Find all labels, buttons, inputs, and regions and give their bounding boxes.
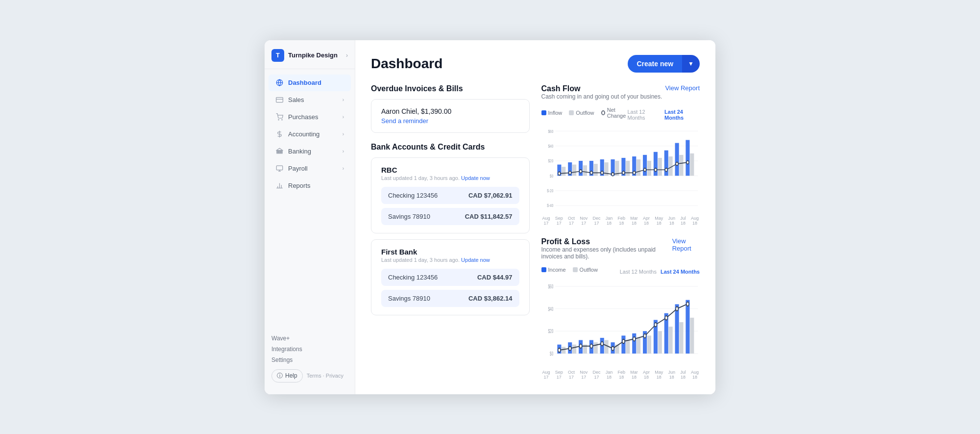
svg-point-63 xyxy=(601,171,603,174)
svg-rect-43 xyxy=(664,150,668,176)
inflow-label: Inflow xyxy=(548,110,563,116)
svg-text:$-20: $-20 xyxy=(547,188,553,193)
sidebar-item-reports[interactable]: Reports xyxy=(269,178,351,194)
sidebar-item-banking[interactable]: Banking › xyxy=(269,143,351,160)
sidebar-item-payroll[interactable]: Payroll › xyxy=(269,160,351,177)
send-reminder-link[interactable]: Send a reminder xyxy=(381,117,519,125)
pl-x-jan18: Jan18 xyxy=(606,370,613,380)
sidebar-item-sales[interactable]: Sales › xyxy=(269,92,351,108)
pl-x-apr18: Apr18 xyxy=(643,370,650,380)
svg-rect-97 xyxy=(604,340,608,353)
pl-x-oct17: Oct17 xyxy=(568,370,575,380)
rbc-savings-row[interactable]: Savings 78910 CAD $11,842.57 xyxy=(381,208,519,225)
svg-rect-53 xyxy=(637,159,640,175)
bank-card-firstbank: First Bank Last updated 1 day, 3 hours a… xyxy=(371,239,530,315)
svg-text:$0: $0 xyxy=(550,351,553,357)
brand-chevron-icon[interactable]: › xyxy=(346,52,348,59)
pl-outflow-label: Outflow xyxy=(580,267,598,273)
svg-rect-99 xyxy=(626,340,630,353)
rbc-checking-name: Checking 123456 xyxy=(388,192,438,199)
content-grid: Overdue Invoices & Bills Aaron Chiel, $1… xyxy=(371,84,700,380)
payroll-icon xyxy=(275,165,283,173)
svg-rect-56 xyxy=(668,156,672,176)
sales-chevron-icon: › xyxy=(343,97,344,102)
outflow-label: Outflow xyxy=(576,110,594,116)
bank-updated-rbc: Last updated 1 day, 3 hours ago. Update … xyxy=(381,175,519,181)
x-label-nov17: Nov17 xyxy=(580,216,588,226)
left-column: Overdue Invoices & Bills Aaron Chiel, $1… xyxy=(371,84,530,380)
svg-rect-86 xyxy=(621,335,625,354)
sidebar-item-purchases[interactable]: Purchases › xyxy=(269,109,351,126)
help-button[interactable]: ⓘ Help xyxy=(271,369,303,383)
svg-rect-52 xyxy=(626,161,630,176)
rbc-checking-row[interactable]: Checking 123456 CAD $7,062.91 xyxy=(381,187,519,204)
payroll-chevron-icon: › xyxy=(343,166,344,171)
firstbank-checking-row[interactable]: Checking 123456 CAD $44.97 xyxy=(381,269,519,286)
svg-rect-11 xyxy=(281,151,282,153)
cashflow-time-options: Last 12 Months Last 24 Months xyxy=(627,109,700,121)
profit-loss-view-report[interactable]: View Report xyxy=(672,237,700,252)
rbc-savings-balance: CAD $11,842.57 xyxy=(465,213,513,220)
update-now-firstbank[interactable]: Update now xyxy=(461,257,490,263)
pl-x-nov17: Nov17 xyxy=(580,370,588,380)
globe-icon xyxy=(275,79,283,87)
pl-12mo[interactable]: Last 12 Months xyxy=(620,269,657,275)
svg-rect-45 xyxy=(686,140,689,176)
svg-rect-55 xyxy=(658,157,662,175)
overdue-section-title: Overdue Invoices & Bills xyxy=(371,84,530,93)
cashflow-x-labels: Aug17 Sep17 Oct17 Nov17 Dec17 Jan18 Feb1… xyxy=(541,216,700,226)
svg-point-60 xyxy=(568,171,571,174)
pl-x-may18: May18 xyxy=(655,370,663,380)
bank-accounts-section: Bank Accounts & Credit Cards RBC Last up… xyxy=(371,143,530,315)
firstbank-savings-row[interactable]: Savings 78910 CAD $3,862.14 xyxy=(381,290,519,307)
firstbank-savings-balance: CAD $3,862.14 xyxy=(468,295,513,302)
privacy-link[interactable]: Privacy xyxy=(326,373,343,379)
wave-plus-link[interactable]: Wave+ xyxy=(271,333,348,344)
pl-x-aug17: Aug17 xyxy=(542,370,550,380)
sidebar-item-dashboard-label: Dashboard xyxy=(288,79,321,86)
help-label: Help xyxy=(285,372,297,379)
integrations-link[interactable]: Integrations xyxy=(271,344,348,355)
svg-rect-7 xyxy=(276,151,277,153)
svg-rect-46 xyxy=(562,167,565,176)
sidebar-item-dashboard[interactable]: Dashboard xyxy=(269,75,351,91)
svg-rect-44 xyxy=(675,143,679,176)
x-label-may18: May18 xyxy=(655,216,663,226)
net-change-label: Net Change xyxy=(607,107,628,119)
sidebar-item-accounting[interactable]: Accounting › xyxy=(269,126,351,143)
svg-rect-105 xyxy=(690,317,694,353)
pl-24mo[interactable]: Last 24 Months xyxy=(661,269,700,275)
pl-x-dec17: Dec17 xyxy=(593,370,601,380)
cashflow-12mo[interactable]: Last 12 Months xyxy=(627,109,661,121)
cashflow-legend: Inflow Outflow Net Change xyxy=(541,107,628,119)
svg-text:$40: $40 xyxy=(548,306,553,311)
svg-rect-103 xyxy=(668,327,672,354)
sidebar-item-payroll-label: Payroll xyxy=(288,165,308,172)
svg-text:$60: $60 xyxy=(548,283,553,289)
x-label-dec17: Dec17 xyxy=(593,216,601,226)
profit-loss-section: Profit & Loss Income and expenses only (… xyxy=(541,237,700,380)
update-now-rbc[interactable]: Update now xyxy=(461,175,490,181)
svg-rect-94 xyxy=(572,344,576,353)
terms-link[interactable]: Terms xyxy=(307,373,321,379)
svg-point-112 xyxy=(622,339,624,343)
create-new-button[interactable]: Create new xyxy=(628,55,682,73)
settings-link[interactable]: Settings xyxy=(271,355,348,365)
svg-point-65 xyxy=(622,171,624,174)
x-label-feb18: Feb18 xyxy=(618,216,626,226)
cashflow-view-report[interactable]: View Report xyxy=(665,84,700,92)
brand-icon: T xyxy=(271,49,284,62)
create-new-dropdown-button[interactable]: ▼ xyxy=(682,55,700,73)
bank-card-rbc: RBC Last updated 1 day, 3 hours ago. Upd… xyxy=(371,157,530,233)
svg-rect-10 xyxy=(280,151,281,153)
firstbank-checking-balance: CAD $44.97 xyxy=(477,274,513,281)
cashflow-subtitle: Cash coming in and going out of your bus… xyxy=(541,93,662,100)
brand[interactable]: T Turnpike Design xyxy=(271,49,338,62)
bank-accounts-title: Bank Accounts & Credit Cards xyxy=(371,143,530,152)
sidebar-footer: Wave+ Integrations Settings ⓘ Help Terms… xyxy=(265,329,355,386)
svg-rect-54 xyxy=(647,161,651,176)
firstbank-checking-name: Checking 123456 xyxy=(388,274,438,281)
rbc-savings-name: Savings 78910 xyxy=(388,213,430,220)
cashflow-24mo[interactable]: Last 24 Months xyxy=(664,109,700,121)
page-header: Dashboard Create new ▼ xyxy=(371,55,700,73)
